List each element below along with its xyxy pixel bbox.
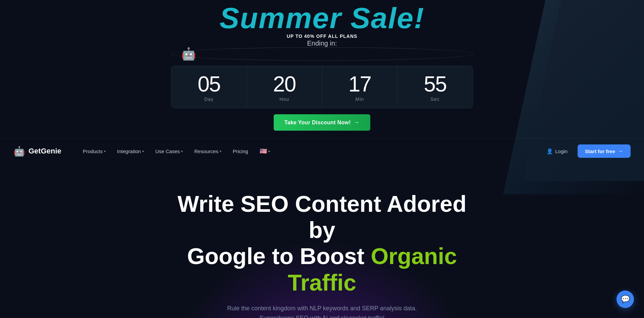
login-button[interactable]: 👤 Login [542,145,572,157]
sale-title: Summer Sale! [0,3,644,33]
nav-usecases-label: Use Cases [155,148,180,154]
discount-cta-label: Take Your Discount Now! [284,120,351,126]
hero-title-line2-plain: Google to Boost [187,243,371,269]
logo-icon: 🤖 [13,146,25,157]
nav-resources-chevron: ▾ [220,149,221,153]
logo[interactable]: 🤖 GetGenie [13,146,61,157]
countdown-hours: 20 Hou [247,66,322,108]
nav-item-resources[interactable]: Resources ▾ [190,146,226,157]
language-chevron: ▾ [268,149,270,153]
sale-discount: 40% OFF All Plans [304,34,358,39]
nav-usecases-chevron: ▾ [181,149,183,153]
countdown-days: 05 Day [171,66,247,108]
robot-orbit-icon: 🤖 [181,47,196,61]
countdown-hours-value: 20 [250,73,319,95]
language-flag-icon: 🇺🇸 [260,147,267,155]
discount-cta-container: Take Your Discount Now! → [0,114,644,131]
countdown-days-value: 05 [175,73,243,95]
hero-subtitle-line2: Supercharge SEO with Ai and skyrocket tr… [260,315,385,318]
nav-pricing-label: Pricing [233,148,248,154]
start-free-button[interactable]: Start for free → [578,144,631,158]
chat-widget[interactable]: 💬 [616,291,634,308]
hero-section: Write SEO Content Adored by Google to Bo… [0,164,644,318]
nav-products-label: Products [83,148,103,154]
countdown-seconds: 55 Sec [397,66,473,108]
nav-item-pricing[interactable]: Pricing [228,146,253,157]
login-label: Login [555,148,568,154]
sale-ending-text: Ending in: [0,40,644,47]
discount-cta-button[interactable]: Take Your Discount Now! → [274,114,370,131]
logo-text: GetGenie [29,147,61,155]
nav-integration-chevron: ▾ [142,149,144,153]
nav-links: Products ▾ Integration ▾ Use Cases ▾ Res… [78,145,542,157]
countdown-seconds-value: 55 [401,73,469,95]
countdown-box: 05 Day 20 Hou 17 Min 55 Sec [171,66,473,108]
hero-title: Write SEO Content Adored by Google to Bo… [171,191,473,296]
nav-item-usecases[interactable]: Use Cases ▾ [151,146,187,157]
sale-subtitle-prefix: UP TO [287,34,303,39]
navbar: 🤖 GetGenie Products ▾ Integration ▾ Use … [0,138,644,164]
start-free-arrow: → [618,148,623,154]
hero-subtitle: Rule the content kingdom with NLP keywor… [221,304,423,318]
nav-products-chevron: ▾ [104,149,106,153]
sale-subtitle: UP TO 40% OFF All Plans [0,34,644,39]
chat-widget-icon: 💬 [621,295,630,304]
login-user-icon: 👤 [546,148,553,154]
nav-integration-label: Integration [117,148,141,154]
discount-cta-arrow: → [354,119,360,126]
countdown-container: 05 Day 20 Hou 17 Min 55 Sec [0,66,644,108]
nav-right: 👤 Login Start for free → [542,144,631,158]
sale-banner: Summer Sale! UP TO 40% OFF All Plans End… [0,0,644,47]
countdown-minutes-value: 17 [326,73,394,95]
countdown-seconds-label: Sec [401,97,469,102]
nav-item-products[interactable]: Products ▾ [78,146,110,157]
countdown-minutes-label: Min [326,97,394,102]
orbit-ellipse [171,47,473,61]
nav-resources-label: Resources [194,148,218,154]
nav-item-integration[interactable]: Integration ▾ [112,146,149,157]
hero-subtitle-line1: Rule the content kingdom with NLP keywor… [227,305,417,312]
countdown-minutes: 17 Min [322,66,398,108]
nav-item-language[interactable]: 🇺🇸 ▾ [255,145,275,157]
start-free-label: Start for free [585,148,615,154]
countdown-days-label: Day [175,97,243,102]
countdown-hours-label: Hou [250,97,319,102]
hero-title-line1: Write SEO Content Adored by [177,191,466,243]
